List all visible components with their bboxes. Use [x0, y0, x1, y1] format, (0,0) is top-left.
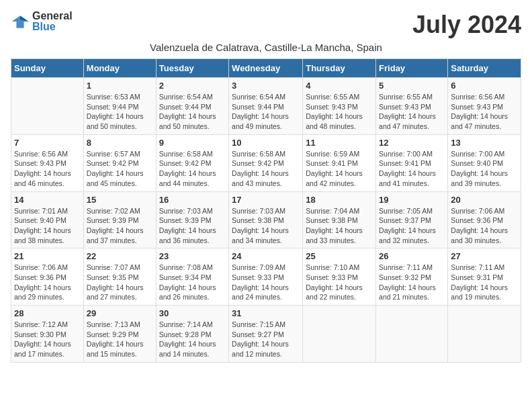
- day-cell: 31Sunrise: 7:15 AM Sunset: 9:27 PM Dayli…: [229, 306, 303, 363]
- day-number: 20: [451, 195, 518, 205]
- week-row-5: 28Sunrise: 7:12 AM Sunset: 9:30 PM Dayli…: [11, 306, 521, 363]
- day-cell: 7Sunrise: 6:56 AM Sunset: 9:43 PM Daylig…: [11, 134, 84, 191]
- day-cell: 5Sunrise: 6:55 AM Sunset: 9:43 PM Daylig…: [376, 78, 448, 135]
- calendar-table: SundayMondayTuesdayWednesdayThursdayFrid…: [11, 58, 521, 363]
- day-detail: Sunrise: 7:01 AM Sunset: 9:40 PM Dayligh…: [14, 206, 81, 246]
- day-detail: Sunrise: 7:03 AM Sunset: 9:39 PM Dayligh…: [159, 206, 226, 246]
- logo-text: General Blue: [32, 11, 73, 32]
- day-number: 9: [159, 138, 226, 148]
- day-detail: Sunrise: 6:53 AM Sunset: 9:44 PM Dayligh…: [87, 92, 153, 132]
- col-header-friday: Friday: [376, 59, 448, 78]
- day-number: 3: [232, 81, 300, 91]
- logo-blue: Blue: [32, 21, 73, 32]
- day-detail: Sunrise: 6:54 AM Sunset: 9:44 PM Dayligh…: [159, 92, 226, 132]
- col-header-wednesday: Wednesday: [229, 59, 303, 78]
- day-number: 26: [379, 251, 445, 261]
- day-cell: 17Sunrise: 7:03 AM Sunset: 9:38 PM Dayli…: [229, 191, 303, 248]
- day-detail: Sunrise: 7:07 AM Sunset: 9:35 PM Dayligh…: [87, 263, 153, 302]
- day-number: 2: [159, 81, 226, 91]
- day-cell: 3Sunrise: 6:54 AM Sunset: 9:44 PM Daylig…: [229, 78, 303, 135]
- day-detail: Sunrise: 7:11 AM Sunset: 9:32 PM Dayligh…: [379, 263, 445, 302]
- day-cell: 27Sunrise: 7:11 AM Sunset: 9:31 PM Dayli…: [448, 248, 521, 306]
- day-number: 6: [451, 81, 518, 91]
- day-number: 21: [14, 251, 81, 261]
- page-header: General Blue July 2024: [11, 11, 521, 39]
- day-detail: Sunrise: 7:06 AM Sunset: 9:36 PM Dayligh…: [14, 263, 81, 302]
- day-cell: 4Sunrise: 6:55 AM Sunset: 9:43 PM Daylig…: [303, 78, 376, 135]
- day-detail: Sunrise: 6:54 AM Sunset: 9:44 PM Dayligh…: [232, 92, 300, 132]
- col-header-tuesday: Tuesday: [156, 59, 228, 78]
- day-cell: 21Sunrise: 7:06 AM Sunset: 9:36 PM Dayli…: [11, 248, 84, 306]
- day-detail: Sunrise: 6:58 AM Sunset: 9:42 PM Dayligh…: [159, 149, 226, 189]
- day-number: 13: [451, 138, 518, 148]
- day-cell: 2Sunrise: 6:54 AM Sunset: 9:44 PM Daylig…: [156, 78, 228, 135]
- day-number: 17: [232, 195, 300, 205]
- location-title: Valenzuela de Calatrava, Castille-La Man…: [11, 42, 521, 53]
- day-cell: 10Sunrise: 6:58 AM Sunset: 9:42 PM Dayli…: [229, 134, 303, 191]
- day-detail: Sunrise: 7:00 AM Sunset: 9:41 PM Dayligh…: [379, 149, 445, 189]
- day-number: 11: [306, 138, 373, 148]
- day-cell: 19Sunrise: 7:05 AM Sunset: 9:37 PM Dayli…: [376, 191, 448, 248]
- day-number: 7: [14, 138, 81, 148]
- month-year-title: July 2024: [412, 11, 521, 39]
- day-cell: 14Sunrise: 7:01 AM Sunset: 9:40 PM Dayli…: [11, 191, 84, 248]
- day-number: 28: [14, 308, 81, 318]
- week-row-2: 7Sunrise: 6:56 AM Sunset: 9:43 PM Daylig…: [11, 134, 521, 191]
- day-detail: Sunrise: 7:15 AM Sunset: 9:27 PM Dayligh…: [232, 320, 300, 359]
- header-row: SundayMondayTuesdayWednesdayThursdayFrid…: [11, 59, 521, 78]
- day-number: 12: [379, 138, 445, 148]
- day-cell: [376, 306, 448, 363]
- day-detail: Sunrise: 6:56 AM Sunset: 9:43 PM Dayligh…: [451, 92, 518, 132]
- day-detail: Sunrise: 7:00 AM Sunset: 9:40 PM Dayligh…: [451, 149, 518, 189]
- day-cell: [303, 306, 376, 363]
- week-row-1: 1Sunrise: 6:53 AM Sunset: 9:44 PM Daylig…: [11, 78, 521, 135]
- day-cell: 6Sunrise: 6:56 AM Sunset: 9:43 PM Daylig…: [448, 78, 521, 135]
- day-detail: Sunrise: 7:11 AM Sunset: 9:31 PM Dayligh…: [451, 263, 518, 302]
- day-cell: 24Sunrise: 7:09 AM Sunset: 9:33 PM Dayli…: [229, 248, 303, 306]
- day-number: 19: [379, 195, 445, 205]
- day-number: 25: [306, 251, 373, 261]
- day-number: 8: [87, 138, 153, 148]
- day-number: 27: [451, 251, 518, 261]
- day-number: 5: [379, 81, 445, 91]
- day-cell: [11, 78, 84, 135]
- day-detail: Sunrise: 6:55 AM Sunset: 9:43 PM Dayligh…: [379, 92, 445, 132]
- day-number: 31: [232, 308, 300, 318]
- day-cell: 22Sunrise: 7:07 AM Sunset: 9:35 PM Dayli…: [83, 248, 156, 306]
- logo: General Blue: [11, 11, 73, 32]
- day-number: 14: [14, 195, 81, 205]
- day-number: 10: [232, 138, 300, 148]
- day-detail: Sunrise: 7:02 AM Sunset: 9:39 PM Dayligh…: [87, 206, 153, 246]
- col-header-saturday: Saturday: [448, 59, 521, 78]
- day-detail: Sunrise: 7:08 AM Sunset: 9:34 PM Dayligh…: [159, 263, 226, 302]
- day-detail: Sunrise: 7:06 AM Sunset: 9:36 PM Dayligh…: [451, 206, 518, 246]
- day-cell: 16Sunrise: 7:03 AM Sunset: 9:39 PM Dayli…: [156, 191, 228, 248]
- day-number: 18: [306, 195, 373, 205]
- day-number: 30: [159, 308, 226, 318]
- day-cell: 12Sunrise: 7:00 AM Sunset: 9:41 PM Dayli…: [376, 134, 448, 191]
- day-cell: 25Sunrise: 7:10 AM Sunset: 9:33 PM Dayli…: [303, 248, 376, 306]
- day-detail: Sunrise: 6:56 AM Sunset: 9:43 PM Dayligh…: [14, 149, 81, 189]
- day-number: 24: [232, 251, 300, 261]
- day-detail: Sunrise: 7:04 AM Sunset: 9:38 PM Dayligh…: [306, 206, 373, 246]
- day-cell: 23Sunrise: 7:08 AM Sunset: 9:34 PM Dayli…: [156, 248, 228, 306]
- day-cell: 1Sunrise: 6:53 AM Sunset: 9:44 PM Daylig…: [83, 78, 156, 135]
- day-cell: 20Sunrise: 7:06 AM Sunset: 9:36 PM Dayli…: [448, 191, 521, 248]
- day-number: 1: [87, 81, 153, 91]
- col-header-monday: Monday: [83, 59, 156, 78]
- day-detail: Sunrise: 6:57 AM Sunset: 9:42 PM Dayligh…: [87, 149, 153, 189]
- day-cell: 18Sunrise: 7:04 AM Sunset: 9:38 PM Dayli…: [303, 191, 376, 248]
- logo-icon: [11, 12, 30, 31]
- day-detail: Sunrise: 7:13 AM Sunset: 9:29 PM Dayligh…: [87, 320, 153, 359]
- col-header-thursday: Thursday: [303, 59, 376, 78]
- day-cell: 26Sunrise: 7:11 AM Sunset: 9:32 PM Dayli…: [376, 248, 448, 306]
- day-cell: 11Sunrise: 6:59 AM Sunset: 9:41 PM Dayli…: [303, 134, 376, 191]
- day-cell: 8Sunrise: 6:57 AM Sunset: 9:42 PM Daylig…: [83, 134, 156, 191]
- day-detail: Sunrise: 7:14 AM Sunset: 9:28 PM Dayligh…: [159, 320, 226, 359]
- day-detail: Sunrise: 7:12 AM Sunset: 9:30 PM Dayligh…: [14, 320, 81, 359]
- day-detail: Sunrise: 7:10 AM Sunset: 9:33 PM Dayligh…: [306, 263, 373, 302]
- day-cell: 29Sunrise: 7:13 AM Sunset: 9:29 PM Dayli…: [83, 306, 156, 363]
- day-detail: Sunrise: 7:05 AM Sunset: 9:37 PM Dayligh…: [379, 206, 445, 246]
- day-cell: 28Sunrise: 7:12 AM Sunset: 9:30 PM Dayli…: [11, 306, 84, 363]
- day-cell: 15Sunrise: 7:02 AM Sunset: 9:39 PM Dayli…: [83, 191, 156, 248]
